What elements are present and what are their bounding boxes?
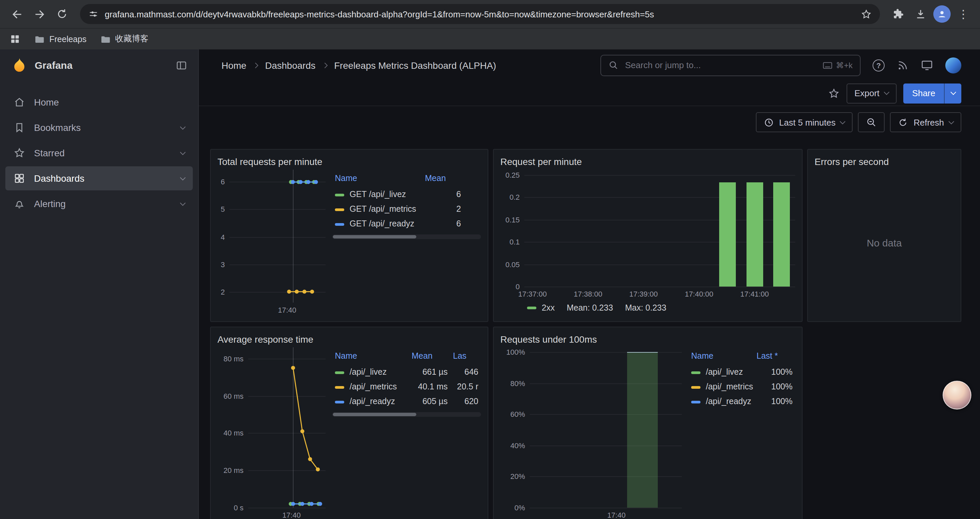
- monitor-icon: [921, 59, 933, 72]
- panel-title[interactable]: Total requests per minute: [218, 153, 481, 170]
- panel-title[interactable]: Average response time: [218, 331, 481, 347]
- y-tick-label: 0.05: [505, 260, 520, 268]
- share-menu-button[interactable]: [944, 83, 961, 103]
- browser-menu-button[interactable]: ⋮: [953, 4, 973, 24]
- zoom-out-icon: [866, 117, 877, 128]
- bookmarks-bar: Freeleaps 收藏博客: [0, 28, 980, 50]
- sidebar-toggle-button[interactable]: [175, 59, 188, 71]
- x-axis: 17:40: [229, 303, 326, 316]
- legend-scrollbar[interactable]: [332, 412, 481, 417]
- x-axis: 17:37:0017:38:0017:39:0017:40:0017:41:00: [524, 287, 795, 300]
- url-bar[interactable]: grafana.mathmast.com/d/deytv4rwavabkb/fr…: [80, 4, 880, 24]
- gridline: [524, 175, 795, 176]
- bar[interactable]: [719, 183, 736, 287]
- legend-header-name[interactable]: Name: [332, 172, 422, 187]
- legend-header-last[interactable]: Last *: [754, 349, 795, 365]
- series-mean: 605 µs: [409, 394, 450, 409]
- sidebar-item-home[interactable]: Home: [5, 90, 193, 114]
- series-name[interactable]: 2xx: [542, 303, 555, 313]
- sidebar-item-label: Starred: [34, 148, 172, 158]
- series-name[interactable]: /api/_metrics: [706, 382, 753, 391]
- display-button[interactable]: [921, 59, 933, 72]
- legend-header-name[interactable]: Name: [689, 349, 754, 365]
- series-name[interactable]: GET /api/_readyz: [350, 219, 414, 228]
- legend-header-mean[interactable]: Mean: [409, 349, 450, 365]
- scrollbar-thumb[interactable]: [333, 413, 416, 416]
- series-color-dash: [335, 223, 344, 225]
- legend-header-last[interactable]: Las: [450, 349, 481, 365]
- news-button[interactable]: [897, 59, 908, 71]
- series-name[interactable]: /api/_readyz: [706, 397, 751, 406]
- x-tick-label: 17:39:00: [629, 290, 658, 298]
- sidebar-item-starred[interactable]: Starred: [5, 141, 193, 165]
- series-name[interactable]: GET /api/_livez: [350, 190, 406, 199]
- keyboard-icon: [822, 61, 832, 69]
- browser-profile-avatar[interactable]: [933, 5, 951, 23]
- y-tick-label: 0: [516, 283, 520, 291]
- help-icon: ?: [873, 59, 885, 71]
- series-last: 646: [450, 365, 481, 379]
- bookmark-folder-blog[interactable]: 收藏博客: [100, 34, 148, 45]
- y-tick-label: 60%: [510, 410, 525, 418]
- help-button[interactable]: ?: [873, 59, 885, 71]
- sidebar-item-alerting[interactable]: Alerting: [5, 192, 193, 216]
- bar[interactable]: [773, 183, 790, 287]
- person-icon: [937, 9, 947, 19]
- bookmark-folder-freeleaps[interactable]: Freeleaps: [34, 34, 86, 45]
- sidebar-item-bookmarks[interactable]: Bookmarks: [5, 115, 193, 140]
- chart-plot[interactable]: [524, 170, 795, 287]
- y-axis: 0.250.20.150.10.050: [500, 170, 524, 287]
- panel-title[interactable]: Request per minute: [500, 153, 795, 170]
- export-button[interactable]: Export: [846, 83, 897, 103]
- y-axis: 65432: [218, 170, 229, 303]
- search-input[interactable]: [624, 59, 817, 71]
- chart-plot[interactable]: [530, 347, 682, 508]
- sidebar-item-label: Bookmarks: [34, 122, 172, 133]
- series-color-dash: [335, 193, 344, 196]
- back-button[interactable]: [7, 4, 27, 24]
- extensions-button[interactable]: [888, 4, 908, 24]
- chart-plot[interactable]: [229, 170, 326, 303]
- sidebar-item-dashboards[interactable]: Dashboards: [5, 166, 193, 190]
- url-text: grafana.mathmast.com/d/deytv4rwavabkb/fr…: [105, 9, 854, 19]
- series-mean: Mean: 0.233: [567, 303, 613, 313]
- gridline: [530, 414, 682, 415]
- breadcrumb-dashboards[interactable]: Dashboards: [265, 60, 315, 70]
- chevron-down-icon: [180, 200, 186, 206]
- legend-header-name[interactable]: Name: [332, 349, 409, 365]
- bar[interactable]: [627, 352, 657, 508]
- refresh-button[interactable]: Refresh: [890, 112, 961, 132]
- time-range-picker[interactable]: Last 5 minutes: [756, 112, 853, 132]
- series-name[interactable]: /api/_metrics: [350, 382, 397, 391]
- assistant-avatar-overlay[interactable]: [943, 381, 971, 409]
- series-name[interactable]: /api/_livez: [706, 367, 743, 377]
- panel-title[interactable]: Requests under 100ms: [500, 331, 795, 347]
- grafana-sidebar: Grafana Home Bookmarks Starred: [0, 50, 199, 519]
- series-name[interactable]: GET /api/_metrics: [350, 204, 416, 214]
- series-name[interactable]: /api/_livez: [350, 367, 387, 377]
- legend-header-mean[interactable]: Mean: [422, 172, 464, 187]
- y-tick-label: 0.1: [509, 238, 520, 246]
- legend: Name Mean Las /api/_livez 661 µs 64: [332, 347, 481, 519]
- favorite-dashboard-button[interactable]: [827, 87, 840, 99]
- scrollbar-thumb[interactable]: [333, 235, 416, 238]
- clock-icon: [764, 117, 774, 127]
- chevron-down-icon: [950, 89, 956, 95]
- panel-title[interactable]: Errors per second: [815, 153, 954, 170]
- forward-button[interactable]: [29, 4, 49, 24]
- bookmark-star-icon[interactable]: [861, 8, 872, 20]
- series-last: 100%: [754, 365, 795, 379]
- legend-scrollbar[interactable]: [332, 235, 481, 239]
- downloads-button[interactable]: [911, 4, 931, 24]
- apps-grid-icon[interactable]: [10, 34, 21, 45]
- chart-plot[interactable]: [248, 347, 326, 508]
- search-bar[interactable]: ⌘+k: [600, 54, 861, 76]
- search-icon: [608, 60, 619, 70]
- series-name[interactable]: /api/_readyz: [350, 397, 395, 406]
- bar[interactable]: [746, 183, 763, 287]
- user-avatar[interactable]: [945, 57, 961, 73]
- zoom-out-button[interactable]: [858, 112, 885, 132]
- breadcrumb-home[interactable]: Home: [221, 60, 247, 70]
- reload-button[interactable]: [52, 4, 72, 24]
- share-button[interactable]: Share: [904, 83, 961, 103]
